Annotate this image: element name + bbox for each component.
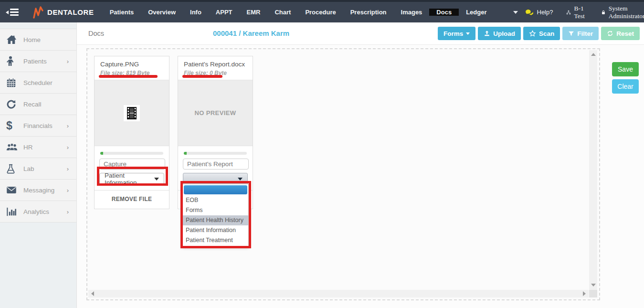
sidebar-item-messaging[interactable]: Messaging ›: [0, 180, 76, 201]
collapse-arrow-icon: [6, 11, 9, 14]
nav-item-patients[interactable]: Patients: [103, 9, 141, 16]
sidebar-item-patients[interactable]: Patients ›: [0, 51, 76, 72]
sidebar-item-hr[interactable]: HR ›: [0, 137, 76, 158]
no-preview-label: NO PREVIEW: [194, 109, 236, 117]
chat-bubbles-icon: [525, 9, 534, 16]
patient-icon: [6, 56, 23, 66]
scroll-left-icon[interactable]: [91, 291, 94, 296]
branch-label: B-1 Test: [574, 5, 587, 20]
user-label: System Administrator: [609, 5, 644, 20]
dropdown-option-patient-health-history[interactable]: Patient Health History: [183, 215, 248, 225]
nav-item-info[interactable]: Info: [183, 9, 209, 16]
chevron-right-icon: ›: [67, 144, 69, 151]
breadcrumb: Docs: [88, 30, 104, 37]
home-icon: [6, 35, 23, 44]
dropdown-option-blank[interactable]: [184, 185, 247, 194]
page-header: Docs 000041 / Kareem Karm Forms Upload S…: [77, 22, 644, 45]
category-select[interactable]: Patient Information: [99, 173, 164, 185]
vertical-scrollbar[interactable]: [589, 50, 597, 291]
scroll-up-icon[interactable]: [591, 53, 596, 56]
star-icon: [529, 30, 536, 37]
patient-link[interactable]: 000041 / Kareem Karm: [213, 29, 289, 37]
sidebar-item-recall[interactable]: Recall: [0, 94, 76, 115]
dropdown-option-forms[interactable]: Forms: [183, 205, 248, 215]
scan-button[interactable]: Scan: [523, 27, 560, 40]
hamburger-icon: [10, 9, 19, 16]
save-button[interactable]: Save: [612, 62, 639, 76]
nav-item-docs[interactable]: Docs: [429, 9, 459, 16]
dollar-icon: $: [6, 120, 23, 131]
help-label: Help?: [537, 9, 553, 16]
nav-item-images[interactable]: Images: [394, 9, 430, 16]
file-title-input[interactable]: [99, 159, 165, 170]
chevron-right-icon: ›: [67, 208, 69, 215]
clear-button[interactable]: Clear: [612, 79, 639, 94]
nav-item-ledger[interactable]: Ledger: [459, 9, 494, 16]
scroll-right-icon[interactable]: [583, 291, 586, 296]
main-content: Capture.PNG File size: 819 Byte: [77, 45, 644, 308]
brand-logo[interactable]: DENTALORE: [33, 6, 94, 19]
sidebar-item-lab[interactable]: Lab ›: [0, 158, 76, 180]
nav-item-emr[interactable]: EMR: [240, 9, 268, 16]
sidebar-item-analytics[interactable]: Analytics ›: [0, 201, 76, 223]
upload-progress-bar: [184, 152, 247, 155]
nav-more-dropdown[interactable]: [507, 9, 525, 16]
user-menu[interactable]: System Administrator: [601, 5, 644, 20]
file-name: Capture.PNG: [100, 61, 163, 68]
nav-item-overview[interactable]: Overview: [141, 9, 183, 16]
file-card-capture: Capture.PNG File size: 819 Byte: [94, 56, 169, 209]
upload-button[interactable]: Upload: [478, 27, 521, 40]
dropdown-option-eob[interactable]: EOB: [183, 195, 248, 205]
filter-button[interactable]: Filter: [562, 27, 599, 40]
brand-name: DENTALORE: [47, 8, 94, 16]
chevron-right-icon: ›: [67, 165, 69, 172]
dropdown-option-patient-treatment[interactable]: Patient Treatment: [183, 235, 248, 245]
file-name: Patient's Report.docx: [184, 61, 247, 68]
brand-n-icon: [33, 6, 43, 19]
reset-button[interactable]: Reset: [601, 27, 640, 40]
sidebar-collapse-button[interactable]: [6, 9, 19, 16]
branch-selector[interactable]: B-1 Test: [566, 5, 587, 20]
file-preview: NO PREVIEW: [178, 80, 253, 146]
upload-icon: [484, 30, 490, 37]
nav-links: Patients Overview Info APPT EMR Chart Pr…: [103, 9, 525, 16]
chevron-right-icon: ›: [67, 187, 69, 194]
nav-item-chart[interactable]: Chart: [267, 9, 298, 16]
horizontal-scrollbar[interactable]: [88, 290, 589, 297]
caret-down-icon: [238, 178, 243, 181]
bar-chart-icon: [6, 207, 23, 216]
chevron-right-icon: ›: [67, 122, 69, 129]
lock-icon: [601, 9, 606, 16]
calendar-icon: [6, 78, 23, 88]
upload-progress-bar: [100, 152, 163, 155]
refresh-icon: [607, 30, 613, 37]
sidebar-item-financials[interactable]: $ Financials ›: [0, 115, 76, 137]
top-navbar: DENTALORE Patients Overview Info APPT EM…: [0, 0, 644, 22]
caret-down-icon: [466, 32, 470, 35]
sidebar-item-home[interactable]: Home: [0, 29, 76, 51]
chevron-right-icon: ›: [67, 58, 69, 65]
nav-item-appt[interactable]: APPT: [209, 9, 240, 16]
docs-dropzone-panel: Capture.PNG File size: 819 Byte: [86, 48, 600, 300]
remove-file-button[interactable]: REMOVE FILE: [95, 190, 169, 209]
sidebar: Home Patients ›: [0, 22, 77, 308]
category-dropdown-list: EOB Forms Patient Health History Patient…: [182, 184, 249, 247]
people-icon: [6, 143, 23, 151]
nav-item-procedure[interactable]: Procedure: [298, 9, 343, 16]
forms-button[interactable]: Forms: [438, 27, 475, 40]
scroll-down-icon[interactable]: [591, 284, 596, 287]
annotation-underline-filesize-2: [182, 75, 222, 78]
sidebar-item-scheduler[interactable]: Scheduler: [0, 72, 76, 94]
file-preview: [95, 80, 169, 146]
dropdown-option-patient-information[interactable]: Patient Information: [183, 225, 248, 235]
caret-down-icon: [154, 178, 159, 181]
film-icon: [127, 107, 137, 119]
app-root: DENTALORE Patients Overview Info APPT EM…: [0, 0, 644, 308]
nav-item-prescription[interactable]: Prescription: [343, 9, 394, 16]
sitemap-icon: [566, 9, 571, 16]
file-card-patients-report: Patient's Report.docx File size: 0 Byte …: [178, 56, 253, 209]
filter-icon: [568, 31, 574, 37]
annotation-underline-filesize-1: [99, 75, 158, 78]
file-title-input[interactable]: [183, 159, 249, 170]
help-button[interactable]: Help?: [525, 9, 553, 16]
